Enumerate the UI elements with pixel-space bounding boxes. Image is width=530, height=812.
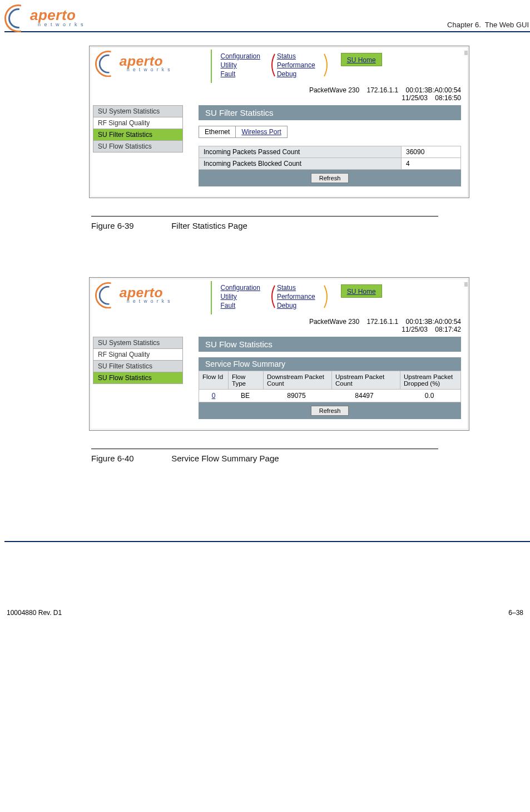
tab-ethernet[interactable]: Ethernet: [199, 126, 236, 137]
sidebar-item-su-system-stats[interactable]: SU System Statistics: [93, 337, 183, 349]
scrollbar-icon: [464, 51, 468, 55]
nav-separator-icon: [211, 50, 213, 83]
sidebar-item-su-filter-stats[interactable]: SU Filter Statistics: [93, 129, 183, 141]
sidebar: SU System Statistics RF Signal Quality S…: [93, 105, 183, 152]
col-dropped: Upstream Packet Dropped (%): [400, 371, 460, 389]
su-home-button[interactable]: SU Home: [341, 284, 382, 298]
figure-2-screenshot: aperto n e t w o r k s Configuration Uti…: [89, 277, 469, 431]
sidebar-item-su-flow-stats[interactable]: SU Flow Statistics: [93, 372, 183, 384]
stat-label: Incoming Packets Blocked Count: [199, 158, 402, 170]
col-downstream: Downstream Packet Count: [264, 371, 332, 389]
aperto-logo-page: aperto n e t w o r k s: [4, 4, 85, 29]
tab-wireless[interactable]: Wireless Port: [236, 126, 286, 137]
arc-orange-icon: [323, 52, 324, 78]
sidebar-item-rf-signal[interactable]: RF Signal Quality: [93, 117, 183, 129]
page-title: SU Filter Statistics: [199, 105, 461, 120]
footer-rule: [4, 541, 530, 542]
device-info-line: PacketWave 230 172.16.1.1 00:01:3B:A0:00…: [90, 83, 469, 94]
breadcrumb: Chapter 6. The Web GUI: [447, 21, 529, 29]
col-flow-id: Flow Id: [199, 371, 229, 389]
cell-upstream: 84497: [330, 390, 398, 402]
flow-table-header: Flow Id Flow Type Downstream Packet Coun…: [199, 371, 461, 390]
sidebar-item-rf-signal[interactable]: RF Signal Quality: [93, 349, 183, 361]
arc-red-icon: [268, 283, 269, 310]
nav-utility[interactable]: Utility: [221, 293, 237, 301]
nav-debug[interactable]: Debug: [277, 302, 296, 309]
page-title: SU Flow Statistics: [199, 337, 461, 352]
datetime-line: 11/25/03 08:17:42: [90, 326, 469, 337]
sidebar: SU System Statistics RF Signal Quality S…: [93, 337, 183, 384]
aperto-logo-app: aperto n e t w o r k s: [95, 51, 171, 74]
figure-caption: Figure 6-40 Service Flow Summary Page: [91, 454, 530, 463]
caption-rule: [91, 216, 438, 216]
arc-red-icon: [268, 52, 269, 78]
nav-configuration[interactable]: Configuration: [221, 284, 260, 292]
cell-flow-id[interactable]: 0: [199, 390, 228, 402]
cell-dropped: 0.0: [398, 390, 460, 402]
logo-text: aperto: [30, 7, 76, 23]
nav-separator-icon: [211, 281, 213, 314]
refresh-bar: Refresh: [199, 402, 461, 419]
nav-status[interactable]: Status: [277, 52, 296, 60]
arc-orange-icon: [323, 283, 324, 310]
col-upstream: Upstream Packet Count: [332, 371, 400, 389]
nav-col-1: Configuration Utility Fault: [215, 283, 266, 310]
aperto-logo-app: aperto n e t w o r k s: [95, 282, 171, 306]
nav-fault[interactable]: Fault: [221, 70, 236, 78]
footer-pagenum: 6–38: [508, 609, 523, 617]
table-row: Incoming Packets Blocked Count4: [199, 158, 461, 170]
sidebar-item-su-flow-stats[interactable]: SU Flow Statistics: [93, 141, 183, 152]
refresh-bar: Refresh: [199, 170, 461, 186]
nav-col-1: Configuration Utility Fault: [215, 52, 266, 78]
stat-value: 4: [402, 158, 461, 170]
device-info-line: PacketWave 230 172.16.1.1 00:01:3B:A0:00…: [90, 314, 469, 326]
sidebar-item-su-system-stats[interactable]: SU System Statistics: [93, 105, 183, 117]
cell-downstream: 89075: [262, 390, 330, 402]
refresh-button[interactable]: Refresh: [311, 406, 349, 416]
nav-utility[interactable]: Utility: [221, 61, 237, 69]
nav-performance[interactable]: Performance: [277, 293, 315, 301]
stats-table: Incoming Packets Passed Count36090 Incom…: [199, 146, 461, 170]
datetime-line: 11/25/03 08:16:50: [90, 94, 469, 105]
nav-fault[interactable]: Fault: [221, 302, 236, 309]
sidebar-item-su-filter-stats[interactable]: SU Filter Statistics: [93, 361, 183, 372]
nav-configuration[interactable]: Configuration: [221, 52, 260, 60]
figure-caption: Figure 6-39 Filter Statistics Page: [91, 221, 530, 230]
stat-value: 36090: [402, 146, 461, 158]
table-row: 0 BE 89075 84497 0.0: [199, 390, 461, 402]
col-flow-type: Flow Type: [229, 371, 264, 389]
caption-rule: [91, 449, 438, 449]
cell-flow-type: BE: [228, 390, 262, 402]
refresh-button[interactable]: Refresh: [311, 173, 349, 183]
nav-performance[interactable]: Performance: [277, 61, 315, 69]
table-row: Incoming Packets Passed Count36090: [199, 146, 461, 158]
nav-col-2: Status Performance Debug: [271, 283, 321, 310]
footer-docnum: 10004880 Rev. D1: [7, 609, 62, 617]
port-tabs: Ethernet Wireless Port: [199, 126, 288, 138]
sub-title: Service Flow Summary: [199, 357, 461, 371]
logo-sub: n e t w o r k s: [38, 22, 85, 27]
header-rule: [4, 31, 530, 32]
stat-label: Incoming Packets Passed Count: [199, 146, 402, 158]
nav-status[interactable]: Status: [277, 284, 296, 292]
page-footer: 10004880 Rev. D1 6–38: [4, 609, 530, 617]
nav-debug[interactable]: Debug: [277, 70, 296, 78]
scrollbar-icon: [464, 282, 468, 287]
figure-1-screenshot: aperto n e t w o r k s Configuration Uti…: [89, 46, 469, 198]
nav-col-2: Status Performance Debug: [271, 52, 321, 78]
su-home-button[interactable]: SU Home: [341, 53, 382, 66]
